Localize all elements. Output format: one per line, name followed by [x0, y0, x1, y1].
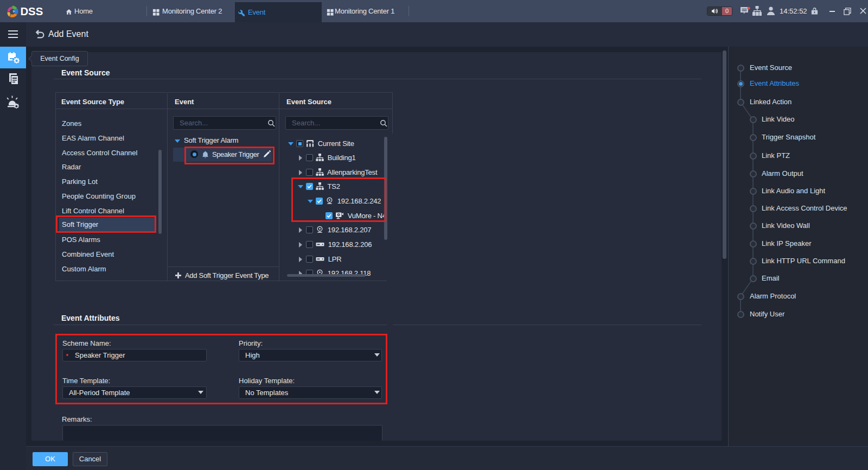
svg-text:DSS: DSS	[20, 5, 43, 17]
